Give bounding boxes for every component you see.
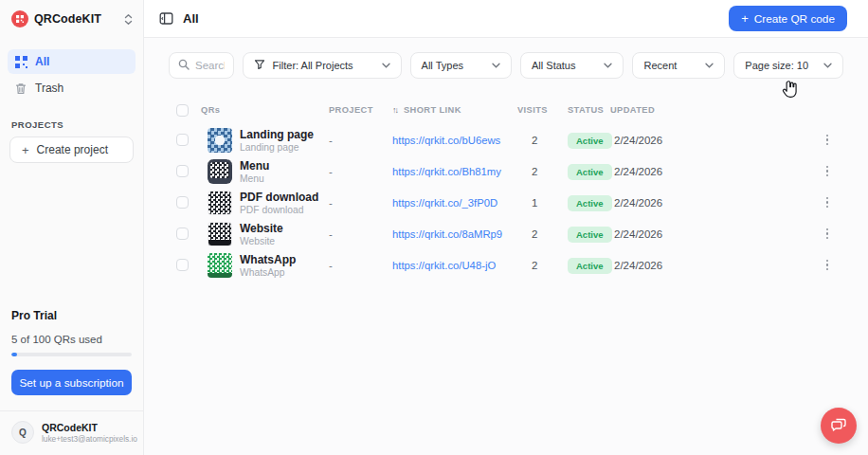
account-menu[interactable]: Q QRCodeKIT luke+test3@atomicpixels.io xyxy=(0,411,143,455)
row-checkbox[interactable] xyxy=(176,259,189,271)
type-filter-label: All Types xyxy=(422,60,463,71)
select-all-checkbox[interactable] xyxy=(176,104,189,117)
user-email: luke+test3@atomicpixels.io xyxy=(42,434,137,444)
page-size-dropdown[interactable]: Page size: 10 xyxy=(733,52,843,79)
chevron-down-icon xyxy=(823,63,832,68)
row-menu-button[interactable] xyxy=(820,225,835,244)
updated-cell: 2/24/2026 xyxy=(610,228,814,240)
sidebar-nav: All Trash xyxy=(0,47,143,102)
page-title: All xyxy=(183,11,199,26)
table-row[interactable]: Landing page Landing page - https://qrki… xyxy=(169,124,843,155)
sidebar-item-all[interactable]: All xyxy=(8,49,136,74)
status-filter-dropdown[interactable]: All Status xyxy=(520,52,624,79)
visits-cell: 2 xyxy=(517,166,568,177)
create-project-button[interactable]: + Create project xyxy=(9,136,134,163)
row-menu-button[interactable] xyxy=(820,193,835,212)
avatar: Q xyxy=(11,421,34,444)
chevron-down-icon xyxy=(604,63,612,68)
table-header-row: QRs PROJECT ↑↓SHORT LINK VISITS STATUS U… xyxy=(169,98,843,122)
qr-subtitle: Menu xyxy=(240,173,269,184)
qr-cell: Landing page Landing page xyxy=(201,128,329,153)
workspace-switcher[interactable]: QRCodeKIT xyxy=(0,0,143,36)
status-cell: Active xyxy=(568,162,610,180)
col-header-updated: UPDATED xyxy=(610,105,814,115)
row-checkbox[interactable] xyxy=(176,134,189,146)
qr-text: Landing page Landing page xyxy=(240,128,314,153)
qr-grid-icon xyxy=(14,56,27,68)
updated-cell: 2/24/2026 xyxy=(610,135,814,146)
search-box xyxy=(169,52,234,79)
short-link-header-label: SHORT LINK xyxy=(404,105,461,115)
qr-cell: PDF download PDF download xyxy=(201,191,329,215)
short-link[interactable]: https://qrkit.co/Bh81my xyxy=(392,166,517,177)
qr-cell: WhatsApp WhatsApp xyxy=(201,253,329,278)
qr-cell: Website Website xyxy=(201,222,329,246)
visits-cell: 2 xyxy=(517,228,568,240)
short-link[interactable]: https://qrkit.co/_3fP0D xyxy=(392,197,517,209)
sidebar-item-label: Trash xyxy=(35,82,63,95)
qr-name: Website xyxy=(240,222,283,235)
status-badge: Active xyxy=(568,133,612,149)
status-cell: Active xyxy=(568,225,610,243)
create-qr-button[interactable]: + Create QR code xyxy=(729,6,847,31)
table-row[interactable]: Menu Menu - https://qrkit.co/Bh81my 2 Ac… xyxy=(169,155,843,187)
qr-name: Menu xyxy=(240,159,269,173)
short-link[interactable]: https://qrkit.co/U48-jO xyxy=(392,260,517,271)
plan-panel: Pro Trial 5 of 100 QRs used Set up a sub… xyxy=(0,309,143,397)
row-checkbox[interactable] xyxy=(176,228,189,240)
qrcodekit-app: QRCodeKIT All Trash PROJECTS + Create p xyxy=(0,0,868,455)
project-cell: - xyxy=(329,197,392,209)
topbar: All + Create QR code xyxy=(144,0,868,38)
page-size-label: Page size: 10 xyxy=(745,60,808,71)
row-checkbox[interactable] xyxy=(176,196,189,209)
table-row[interactable]: Website Website - https://qrkit.co/8aMRp… xyxy=(169,218,843,249)
short-link[interactable]: https://qrkit.co/bU6ews xyxy=(392,135,517,146)
project-filter-label: Filter: All Projects xyxy=(273,60,353,71)
status-filter-label: All Status xyxy=(532,60,575,71)
project-cell: - xyxy=(329,166,392,177)
updated-cell: 2/24/2026 xyxy=(610,166,814,177)
row-menu-button[interactable] xyxy=(820,256,835,275)
qr-subtitle: WhatsApp xyxy=(240,267,296,278)
create-qr-label: Create QR code xyxy=(754,12,835,26)
project-filter-dropdown[interactable]: Filter: All Projects xyxy=(243,52,402,79)
sort-icon[interactable]: ↑↓ xyxy=(392,105,397,115)
brand-name: QRCodeKIT xyxy=(34,12,101,26)
collapse-sidebar-icon[interactable] xyxy=(159,11,173,26)
qr-cell: Menu Menu xyxy=(201,159,329,184)
plan-title: Pro Trial xyxy=(11,309,132,322)
row-menu-button[interactable] xyxy=(820,131,835,150)
status-badge: Active xyxy=(568,164,612,180)
status-cell: Active xyxy=(568,256,610,274)
chat-button[interactable] xyxy=(821,408,857,444)
type-filter-dropdown[interactable]: All Types xyxy=(410,52,512,79)
chevron-down-icon xyxy=(492,63,500,68)
sidebar-spacer xyxy=(0,163,143,309)
visits-cell: 2 xyxy=(517,260,568,271)
row-menu-button[interactable] xyxy=(820,162,835,181)
usage-progress-bar xyxy=(11,353,132,356)
qr-subtitle: PDF download xyxy=(240,205,318,215)
table-row[interactable]: PDF download PDF download - https://qrki… xyxy=(169,187,843,218)
col-header-qrs: QRs xyxy=(201,105,329,115)
trash-icon xyxy=(14,82,27,95)
subscribe-button[interactable]: Set up a subscription xyxy=(11,370,132,395)
main-area: All + Create QR code Filter: All P xyxy=(144,0,868,455)
row-checkbox[interactable] xyxy=(176,165,189,177)
chevron-down-icon xyxy=(382,63,390,68)
col-header-status: STATUS xyxy=(568,105,610,115)
search-input[interactable] xyxy=(195,60,225,71)
sidebar-item-trash[interactable]: Trash xyxy=(8,76,136,100)
sort-dropdown[interactable]: Recent xyxy=(632,52,725,79)
chevron-up-down-icon xyxy=(123,13,134,26)
status-cell: Active xyxy=(568,193,610,211)
updated-cell: 2/24/2026 xyxy=(610,260,814,271)
user-name: QRCodeKIT xyxy=(42,422,137,433)
short-link[interactable]: https://qrkit.co/8aMRp9 xyxy=(392,228,517,240)
brand-logo-icon xyxy=(11,10,28,27)
usage-progress-fill xyxy=(11,353,17,356)
status-badge: Active xyxy=(568,227,612,243)
qr-thumbnail xyxy=(208,222,232,246)
sidebar: QRCodeKIT All Trash PROJECTS + Create p xyxy=(0,0,144,455)
table-row[interactable]: WhatsApp WhatsApp - https://qrkit.co/U48… xyxy=(169,249,843,281)
